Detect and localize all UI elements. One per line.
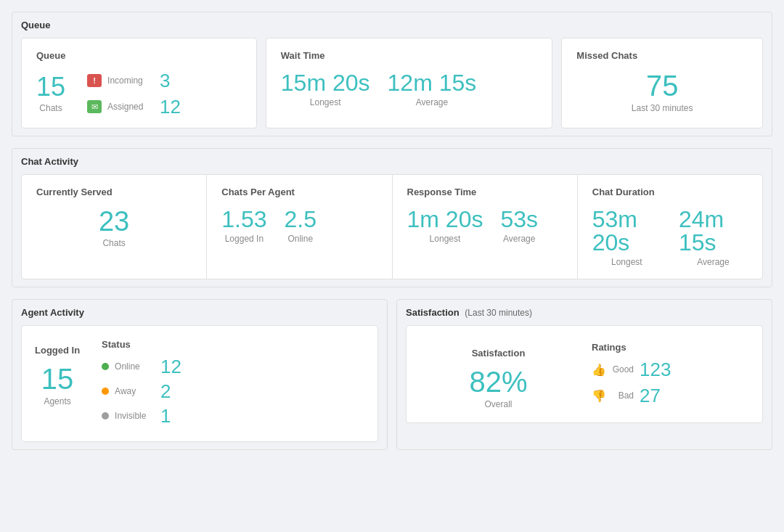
chats-per-agent-section: Chats Per Agent 1.53 Logged In 2.5 Onlin… <box>207 175 392 279</box>
cd-average-value: 24m 15s <box>679 208 748 254</box>
queue-cards-row: Queue 15 Chats ! Incoming 3 ✉ Assigned 1… <box>21 38 763 128</box>
bottom-sections: Agent Activity Logged In 15 Agents Statu… <box>12 299 772 450</box>
missed-chats-value: 75 <box>646 71 679 100</box>
wait-longest: 15m 20s Longest <box>281 71 370 107</box>
chat-duration-title: Chat Duration <box>592 187 748 197</box>
assigned-value: 12 <box>160 97 181 116</box>
invisible-value: 1 <box>160 406 171 425</box>
rt-longest: 1m 20s Longest <box>407 208 483 244</box>
satisfaction-overall-label: Overall <box>484 399 512 409</box>
queue-section: Queue Queue 15 Chats ! Incoming 3 ✉ <box>12 12 772 136</box>
rt-average-value: 53s <box>500 208 538 231</box>
good-value: 123 <box>640 360 671 379</box>
satisfaction-overall: Satisfaction 82% Overall <box>420 342 577 409</box>
queue-assigned-row: ✉ Assigned 12 <box>87 97 181 116</box>
bad-value: 27 <box>640 386 661 405</box>
response-time-section: Response Time 1m 20s Longest 53s Average <box>393 175 578 279</box>
invisible-dot <box>102 412 109 420</box>
status-invisible-row: Invisible 1 <box>102 406 364 425</box>
wait-longest-label: Longest <box>310 97 341 107</box>
wait-average-label: Average <box>416 97 448 107</box>
logged-in-header: Logged In <box>35 345 80 356</box>
cpa-logged-in: 1.53 Logged In <box>221 208 266 244</box>
cpa-online-label: Online <box>287 234 313 244</box>
wait-time-card-title: Wait Time <box>281 50 538 61</box>
queue-card-title: Queue <box>36 50 242 61</box>
currently-served-title: Currently Served <box>36 187 192 197</box>
queue-right: ! Incoming 3 ✉ Assigned 12 <box>87 71 181 116</box>
agent-activity-inner: Logged In 15 Agents Status Online 12 Awa… <box>35 339 364 431</box>
online-dot <box>102 363 109 370</box>
ratings-section: Ratings 👍 Good 123 👎 Bad 27 <box>592 342 749 412</box>
cpa-online: 2.5 Online <box>285 208 317 244</box>
rt-longest-value: 1m 20s <box>407 208 483 231</box>
missed-chats-label: Last 30 minutes <box>632 103 693 113</box>
thumbs-down-icon: 👎 <box>592 389 606 403</box>
currently-served-section: Currently Served 23 Chats <box>22 175 207 279</box>
rt-average-label: Average <box>503 234 535 244</box>
agent-status: Status Online 12 Away 2 Invisible <box>102 339 364 431</box>
wait-average: 12m 15s Average <box>388 71 477 107</box>
chat-duration-stats: 53m 20s Longest 24m 15s Average <box>592 208 748 267</box>
chat-activity-card: Currently Served 23 Chats Chats Per Agen… <box>21 174 763 279</box>
status-online-row: Online 12 <box>102 357 364 376</box>
chats-per-agent-stats: 1.53 Logged In 2.5 Online <box>221 208 377 244</box>
ratings-title: Ratings <box>592 342 749 353</box>
satisfaction-title: Satisfaction <box>406 307 460 318</box>
cd-longest-value: 53m 20s <box>592 208 661 254</box>
queue-chats-label: Chats <box>39 103 62 113</box>
wait-average-value: 12m 15s <box>388 71 477 94</box>
bad-rating-row: 👎 Bad 27 <box>592 386 749 405</box>
away-dot <box>102 388 109 395</box>
incoming-icon: ! <box>87 74 102 87</box>
agent-logged-in: Logged In 15 Agents <box>35 339 80 406</box>
wait-time-inner: 15m 20s Longest 12m 15s Average <box>281 71 538 107</box>
satisfaction-label: Satisfaction <box>472 348 526 359</box>
cd-longest: 53m 20s Longest <box>592 208 661 267</box>
thumbs-up-icon: 👍 <box>592 363 606 377</box>
rt-average: 53s Average <box>500 208 538 244</box>
missed-chats-card: Missed Chats 75 Last 30 minutes <box>561 38 763 128</box>
currently-served-label: Chats <box>102 238 125 248</box>
satisfaction-subtitle: (Last 30 minutes) <box>465 308 532 318</box>
response-time-title: Response Time <box>407 187 563 197</box>
good-label: Good <box>612 364 634 375</box>
queue-section-title: Queue <box>21 20 763 30</box>
assigned-icon: ✉ <box>87 100 102 113</box>
bad-label: Bad <box>612 390 634 401</box>
incoming-label: Incoming <box>107 75 154 86</box>
satisfaction-section: Satisfaction (Last 30 minutes) Satisfact… <box>396 299 772 450</box>
status-away-row: Away 2 <box>102 382 364 401</box>
wait-longest-value: 15m 20s <box>281 71 370 94</box>
away-value: 2 <box>160 382 171 401</box>
satisfaction-section-title: Satisfaction (Last 30 minutes) <box>406 307 763 318</box>
incoming-value: 3 <box>160 71 170 90</box>
chats-per-agent-title: Chats Per Agent <box>221 187 377 197</box>
assigned-label: Assigned <box>107 102 154 112</box>
away-label: Away <box>115 386 155 396</box>
agent-status-title: Status <box>102 339 364 350</box>
queue-main: 15 Chats <box>36 74 65 113</box>
cd-average: 24m 15s Average <box>679 208 748 267</box>
agent-activity-title: Agent Activity <box>21 307 378 318</box>
chat-duration-section: Chat Duration 53m 20s Longest 24m 15s Av… <box>578 175 762 279</box>
invisible-label: Invisible <box>115 411 155 421</box>
chat-activity-section: Chat Activity Currently Served 23 Chats … <box>12 148 772 287</box>
rt-longest-label: Longest <box>430 234 461 244</box>
response-time-stats: 1m 20s Longest 53s Average <box>407 208 563 244</box>
good-rating-row: 👍 Good 123 <box>592 360 749 379</box>
agent-activity-section: Agent Activity Logged In 15 Agents Statu… <box>12 299 388 450</box>
cd-average-label: Average <box>697 257 729 267</box>
cd-longest-label: Longest <box>611 257 642 267</box>
online-value: 12 <box>160 357 181 376</box>
queue-card: Queue 15 Chats ! Incoming 3 ✉ Assigned 1… <box>21 38 257 128</box>
wait-time-card: Wait Time 15m 20s Longest 12m 15s Averag… <box>266 38 553 128</box>
chat-activity-title: Chat Activity <box>21 156 763 167</box>
online-label: Online <box>115 361 155 372</box>
logged-in-value: 15 <box>41 364 74 393</box>
cpa-logged-in-value: 1.53 <box>221 208 266 231</box>
missed-chats-title: Missed Chats <box>576 50 748 61</box>
agent-activity-card: Logged In 15 Agents Status Online 12 Awa… <box>21 325 378 442</box>
cpa-online-value: 2.5 <box>285 208 317 231</box>
currently-served-item: 23 Chats <box>36 208 192 248</box>
